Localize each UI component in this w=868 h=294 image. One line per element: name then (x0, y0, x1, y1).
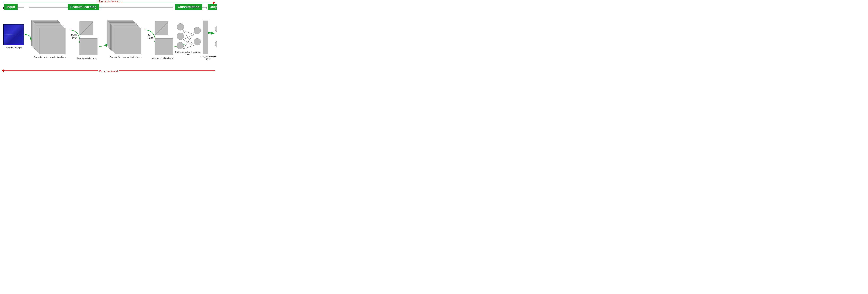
input-section-label: Input (4, 4, 18, 10)
svg-line-1 (155, 22, 168, 35)
classification-section-label: Classifciation (175, 4, 202, 10)
conv2-layer-1 (115, 28, 141, 54)
fc-circle-l3 (177, 42, 184, 49)
avg-pool1-label: Average pooling layer (75, 57, 99, 59)
forward-arrow-head (213, 1, 215, 4)
avg-pool2-label: Average pooling layer (150, 57, 175, 59)
svg-line-7 (183, 45, 194, 49)
conv2-label: Convolution + normalization layer (108, 56, 143, 58)
svg-line-5 (183, 40, 194, 45)
fc-circle-l2 (177, 33, 184, 40)
pool1-top-block (80, 22, 93, 35)
feature-section-label: Feature learning (68, 4, 99, 10)
fc-circle-l1 (177, 23, 184, 30)
backward-label: Error: backward (98, 70, 119, 73)
pool2-top-block (155, 22, 168, 35)
conv1-label: Convolution + normalization layer (32, 56, 68, 58)
pool1-bottom-block (80, 38, 97, 55)
arrow-fcbar-output (208, 30, 215, 37)
input-image (3, 24, 24, 45)
conv1-layer-1 (39, 28, 65, 54)
svg-line-0 (80, 22, 93, 35)
svg-line-6 (183, 34, 194, 49)
output-section-label: Output (208, 4, 217, 10)
pool2-bottom-block (155, 38, 173, 55)
relu1-label: ReLU layer (68, 34, 80, 39)
fc-circle-r1 (194, 27, 201, 34)
feature-bracket (29, 7, 173, 9)
fc-dropout-label: Fully-connected + Dropout layer (175, 51, 201, 55)
backward-arrow-head (2, 69, 4, 72)
fc-bar (203, 21, 208, 54)
pathological-output: Pathological (215, 39, 217, 49)
forward-label: Information: forward (96, 0, 121, 3)
svg-line-3 (183, 30, 194, 45)
svg-line-4 (183, 34, 194, 40)
image-input-label: Image input layer (2, 46, 26, 48)
fc-circle-r2 (194, 38, 201, 45)
svg-line-2 (183, 30, 194, 34)
softmax-label: Softmax layer (209, 56, 217, 58)
relu2-label: ReLU layer (145, 34, 156, 39)
diagram: Information: forward Error: backward Inp… (0, 0, 217, 73)
